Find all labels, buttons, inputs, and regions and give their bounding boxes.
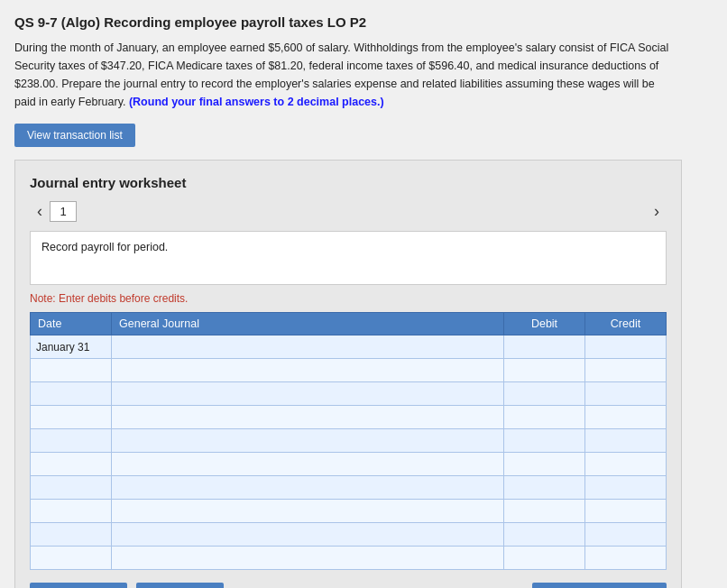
entry-description-text: Record payroll for period. bbox=[41, 241, 168, 253]
table-row bbox=[31, 500, 667, 523]
worksheet-title: Journal entry worksheet bbox=[30, 175, 667, 190]
credit-input-5[interactable] bbox=[585, 429, 666, 452]
table-row: January 31 bbox=[31, 335, 667, 359]
credit-cell-7[interactable] bbox=[585, 476, 667, 500]
credit-input-9[interactable] bbox=[585, 523, 666, 546]
table-row bbox=[31, 382, 667, 406]
journal-cell-4[interactable] bbox=[112, 406, 504, 429]
debit-cell-1[interactable] bbox=[504, 335, 585, 359]
date-cell-1: January 31 bbox=[31, 335, 112, 359]
journal-input-6[interactable] bbox=[112, 453, 503, 475]
debit-input-3[interactable] bbox=[504, 382, 584, 405]
date-cell-10 bbox=[31, 547, 112, 570]
debit-input-5[interactable] bbox=[504, 429, 584, 452]
credit-cell-2[interactable] bbox=[585, 359, 667, 382]
credit-input-7[interactable] bbox=[585, 476, 666, 499]
journal-cell-8[interactable] bbox=[112, 500, 504, 523]
date-cell-3 bbox=[31, 382, 112, 406]
debit-cell-7[interactable] bbox=[504, 476, 585, 500]
worksheet-container: Journal entry worksheet ‹ 1 › Record pay… bbox=[14, 160, 682, 588]
debit-cell-8[interactable] bbox=[504, 500, 585, 523]
credit-input-6[interactable] bbox=[585, 453, 666, 475]
journal-table: Date General Journal Debit Credit Januar… bbox=[30, 312, 667, 570]
credit-input-4[interactable] bbox=[585, 406, 666, 428]
debit-input-9[interactable] bbox=[504, 523, 584, 546]
buttons-row: Record entry Clear entry View general jo… bbox=[30, 583, 667, 588]
credit-cell-8[interactable] bbox=[585, 500, 667, 523]
header-journal: General Journal bbox=[112, 313, 504, 335]
header-credit: Credit bbox=[585, 313, 667, 335]
date-cell-5 bbox=[31, 429, 112, 453]
credit-cell-4[interactable] bbox=[585, 406, 667, 429]
debit-input-7[interactable] bbox=[504, 476, 584, 499]
debit-input-8[interactable] bbox=[504, 500, 584, 522]
journal-cell-3[interactable] bbox=[112, 382, 504, 406]
journal-input-4[interactable] bbox=[112, 406, 503, 428]
journal-cell-7[interactable] bbox=[112, 476, 504, 500]
debit-cell-4[interactable] bbox=[504, 406, 585, 429]
journal-input-10[interactable] bbox=[112, 547, 503, 569]
journal-cell-5[interactable] bbox=[112, 429, 504, 453]
table-row bbox=[31, 359, 667, 382]
view-transaction-button[interactable]: View transaction list bbox=[14, 124, 135, 147]
journal-input-1[interactable] bbox=[112, 335, 503, 358]
journal-cell-6[interactable] bbox=[112, 453, 504, 476]
prev-arrow[interactable]: ‹ bbox=[30, 202, 50, 221]
debit-cell-6[interactable] bbox=[504, 453, 585, 476]
journal-input-3[interactable] bbox=[112, 382, 503, 405]
journal-input-8[interactable] bbox=[112, 500, 503, 522]
debit-cell-10[interactable] bbox=[504, 547, 585, 570]
credit-input-10[interactable] bbox=[585, 547, 666, 569]
table-row bbox=[31, 453, 667, 476]
journal-input-5[interactable] bbox=[112, 429, 503, 452]
page-number: 1 bbox=[50, 201, 77, 222]
table-row bbox=[31, 406, 667, 429]
debit-input-2[interactable] bbox=[504, 359, 584, 381]
date-cell-2 bbox=[31, 359, 112, 382]
debit-input-10[interactable] bbox=[504, 547, 584, 569]
clear-entry-button[interactable]: Clear entry bbox=[136, 583, 224, 588]
journal-cell-2[interactable] bbox=[112, 359, 504, 382]
journal-input-7[interactable] bbox=[112, 476, 503, 499]
note-text: Note: Enter debits before credits. bbox=[30, 292, 667, 305]
journal-cell-1[interactable] bbox=[112, 335, 504, 359]
table-row bbox=[31, 429, 667, 453]
record-entry-button[interactable]: Record entry bbox=[30, 583, 127, 588]
date-cell-4 bbox=[31, 406, 112, 429]
journal-input-9[interactable] bbox=[112, 523, 503, 546]
table-row bbox=[31, 523, 667, 547]
date-cell-7 bbox=[31, 476, 112, 500]
debit-cell-2[interactable] bbox=[504, 359, 585, 382]
date-cell-6 bbox=[31, 453, 112, 476]
debit-cell-5[interactable] bbox=[504, 429, 585, 453]
journal-cell-9[interactable] bbox=[112, 523, 504, 547]
next-arrow[interactable]: › bbox=[647, 202, 667, 221]
table-row bbox=[31, 547, 667, 570]
header-debit: Debit bbox=[504, 313, 585, 335]
credit-input-2[interactable] bbox=[585, 359, 666, 381]
view-general-journal-button[interactable]: View general journal bbox=[532, 583, 667, 588]
credit-cell-9[interactable] bbox=[585, 523, 667, 547]
credit-cell-3[interactable] bbox=[585, 382, 667, 406]
credit-input-1[interactable] bbox=[585, 335, 666, 358]
header-date: Date bbox=[31, 313, 112, 335]
journal-cell-10[interactable] bbox=[112, 547, 504, 570]
bold-instruction: (Round your final answers to 2 decimal p… bbox=[129, 96, 384, 108]
date-cell-9 bbox=[31, 523, 112, 547]
credit-cell-5[interactable] bbox=[585, 429, 667, 453]
credit-input-3[interactable] bbox=[585, 382, 666, 405]
credit-input-8[interactable] bbox=[585, 500, 666, 522]
table-row bbox=[31, 476, 667, 500]
nav-row: ‹ 1 › bbox=[30, 201, 667, 222]
journal-input-2[interactable] bbox=[112, 359, 503, 381]
credit-cell-10[interactable] bbox=[585, 547, 667, 570]
debit-input-6[interactable] bbox=[504, 453, 584, 475]
debit-input-1[interactable] bbox=[504, 335, 584, 358]
debit-cell-9[interactable] bbox=[504, 523, 585, 547]
debit-cell-3[interactable] bbox=[504, 382, 585, 406]
entry-description-box: Record payroll for period. bbox=[30, 231, 667, 285]
credit-cell-6[interactable] bbox=[585, 453, 667, 476]
credit-cell-1[interactable] bbox=[585, 335, 667, 359]
description-text: During the month of January, an employee… bbox=[14, 39, 673, 111]
debit-input-4[interactable] bbox=[504, 406, 584, 428]
